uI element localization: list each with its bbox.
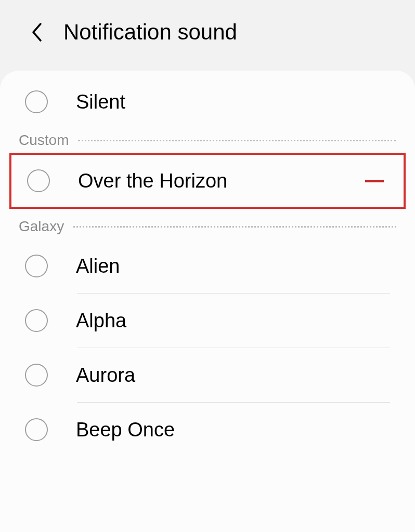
radio-icon (25, 255, 48, 277)
section-label: Custom (19, 132, 69, 149)
section-header-galaxy: Galaxy (0, 214, 415, 239)
item-label: Beep Once (76, 419, 390, 441)
radio-icon (25, 90, 48, 113)
section-header-custom: Custom (0, 128, 415, 153)
radio-icon (25, 418, 48, 441)
page-title: Notification sound (63, 20, 237, 45)
item-label: Silent (76, 91, 390, 113)
back-icon[interactable] (29, 21, 44, 44)
radio-icon (27, 169, 50, 192)
item-label: Aurora (76, 364, 390, 387)
item-label: Alien (76, 255, 390, 277)
item-label: Alpha (76, 310, 390, 332)
radio-icon (25, 309, 48, 332)
section-label: Galaxy (19, 218, 64, 235)
radio-icon (25, 364, 48, 387)
content-panel: Silent Custom Over the Horizon Galaxy Al… (0, 71, 415, 532)
header: Notification sound (0, 0, 415, 71)
sound-item-beep-once[interactable]: Beep Once (0, 403, 415, 457)
divider-dotted (73, 226, 396, 228)
sound-item-alien[interactable]: Alien (0, 239, 415, 293)
divider-dotted (78, 140, 396, 141)
sound-item-alpha[interactable]: Alpha (0, 294, 415, 348)
item-label: Over the Horizon (78, 170, 365, 192)
sound-item-aurora[interactable]: Aurora (0, 348, 415, 402)
sound-item-over-the-horizon[interactable]: Over the Horizon (9, 153, 406, 209)
sound-item-silent[interactable]: Silent (0, 76, 415, 128)
remove-icon[interactable] (365, 180, 384, 182)
